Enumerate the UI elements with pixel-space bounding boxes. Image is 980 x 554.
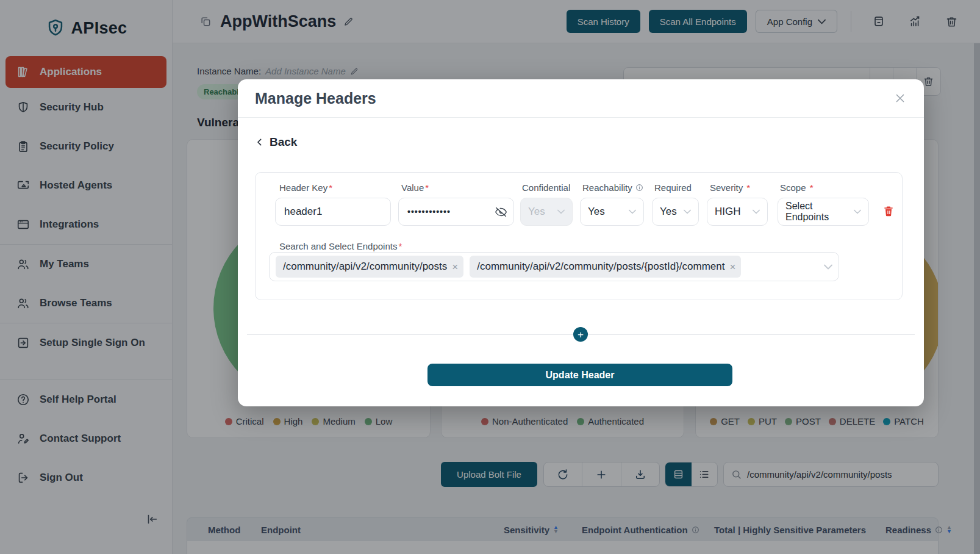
screen: APIsec Applications Security Hub Securit…	[0, 0, 980, 554]
manage-headers-modal: Manage Headers Back Header Key* Value* C…	[238, 79, 924, 406]
endpoint-tag: /community/api/v2/community/posts ×	[276, 256, 463, 278]
required-select[interactable]: Yes	[652, 198, 699, 226]
required-value: Yes	[660, 206, 677, 218]
endpoints-label: Search and Select Endpoints*	[279, 241, 402, 251]
chevron-down-icon[interactable]	[824, 264, 832, 270]
header-key-input[interactable]: header1	[275, 198, 391, 226]
required-asterisk: *	[425, 182, 429, 193]
masked-value: ••••••••••••	[407, 207, 451, 217]
required-asterisk: *	[746, 182, 750, 193]
remove-tag-icon[interactable]: ×	[730, 262, 736, 272]
confidential-label: Confidential	[522, 182, 570, 193]
severity-label: Severity *	[710, 182, 750, 193]
reachability-value: Yes	[588, 206, 605, 218]
required-asterisk: *	[329, 182, 332, 193]
endpoint-tag: /community/api/v2/community/posts/{postI…	[470, 256, 741, 278]
chevron-down-icon	[557, 209, 565, 214]
severity-select[interactable]: HIGH	[707, 198, 768, 226]
back-button[interactable]: Back	[255, 135, 297, 149]
reachability-select[interactable]: Yes	[580, 198, 644, 226]
required-asterisk: *	[398, 241, 402, 251]
value-label: Value*	[401, 182, 429, 193]
header-key-label: Header Key*	[279, 182, 332, 193]
chevron-down-icon	[753, 209, 760, 214]
chevron-down-icon	[684, 209, 691, 214]
scope-label: Scope *	[780, 182, 814, 193]
back-label: Back	[270, 135, 297, 149]
endpoint-tag-label: /community/api/v2/community/posts	[283, 261, 447, 273]
info-icon[interactable]	[635, 184, 643, 192]
header-row-card: Header Key* Value* Confidential Reachabi…	[255, 172, 903, 300]
add-header-icon[interactable]: +	[573, 327, 588, 342]
confidential-select[interactable]: Yes	[520, 198, 573, 226]
required-label: Required	[654, 182, 692, 193]
confidential-value: Yes	[528, 206, 545, 218]
chevron-down-icon	[854, 209, 861, 214]
chevron-down-icon	[629, 209, 636, 214]
endpoints-multiselect[interactable]: /community/api/v2/community/posts × /com…	[269, 252, 839, 281]
delete-header-icon[interactable]	[882, 205, 895, 217]
modal-title: Manage Headers	[255, 90, 376, 107]
chevron-left-icon	[255, 137, 265, 147]
endpoint-tag-label: /community/api/v2/community/posts/{postI…	[477, 261, 724, 273]
reachability-label: Reachability	[582, 182, 643, 193]
eye-off-icon[interactable]	[495, 206, 507, 218]
scope-select[interactable]: Select Endpoints	[778, 198, 869, 226]
scope-value: Select Endpoints	[785, 201, 854, 223]
modal-header: Manage Headers	[238, 79, 924, 118]
remove-tag-icon[interactable]: ×	[452, 262, 458, 272]
required-asterisk: *	[810, 182, 814, 193]
severity-value: HIGH	[715, 206, 741, 218]
update-header-button[interactable]: Update Header	[427, 364, 732, 386]
value-input[interactable]: ••••••••••••	[398, 198, 514, 226]
close-icon[interactable]	[893, 92, 907, 105]
